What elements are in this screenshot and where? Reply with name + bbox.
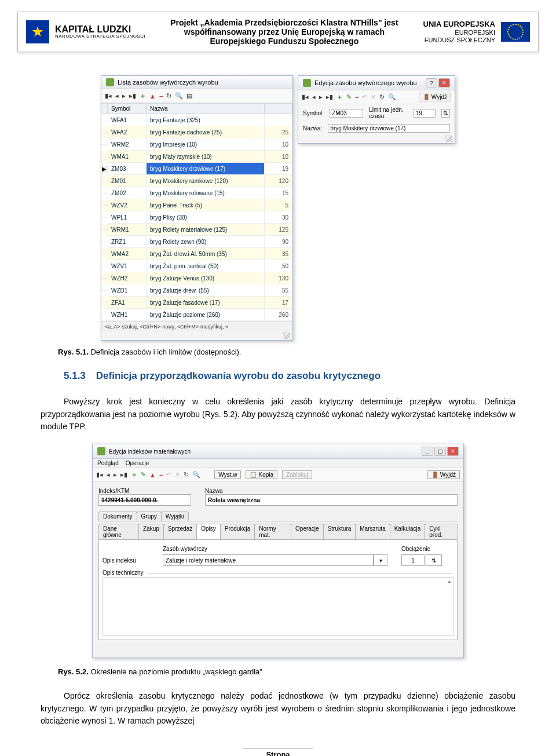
resize-grip[interactable] xyxy=(298,135,455,143)
table-row[interactable]: WRM2bryg Impresje (10)10 xyxy=(101,138,292,151)
add-icon[interactable]: ＋ xyxy=(140,92,146,100)
field-obc[interactable]: 1 xyxy=(401,554,425,566)
table-row[interactable]: WFA1bryg Fantazje (325) xyxy=(101,114,292,126)
dropdown-icon[interactable]: ▾ xyxy=(374,554,387,566)
table-row[interactable]: WZD1bryg Żaluzje drew. (55)55 xyxy=(101,284,292,297)
minimize-button[interactable]: _ xyxy=(422,447,433,456)
wyst-button[interactable]: Wyst.w xyxy=(214,470,241,479)
up-arrow-icon[interactable]: ▲ xyxy=(149,472,156,479)
heading-text: Definicja przyporządkowania wyrobu do za… xyxy=(96,370,381,382)
table-row[interactable]: WMA1bryg Maty rzymskie (10)10 xyxy=(101,151,292,163)
tab[interactable]: Wyjątki xyxy=(161,512,189,521)
tab[interactable]: Grupy xyxy=(137,512,162,521)
text-area[interactable]: ▲ xyxy=(103,577,453,636)
tab[interactable]: Dokumenty xyxy=(98,512,137,521)
maximize-button[interactable]: ▢ xyxy=(434,447,446,456)
refresh-icon[interactable]: ↻ xyxy=(379,93,385,101)
nav-first-icon[interactable]: ▮◂ xyxy=(105,92,112,100)
exit-button[interactable]: 🚪 Wyjdź xyxy=(427,470,460,479)
tab[interactable]: Normy mat. xyxy=(254,524,291,539)
nav-first-icon[interactable]: ▮◂ xyxy=(302,93,309,101)
cancel-icon[interactable]: ✕ xyxy=(175,471,180,479)
stepper-icon[interactable]: ⇅ xyxy=(426,554,442,566)
add-icon[interactable]: ＋ xyxy=(131,470,137,479)
nav-last-icon[interactable]: ▸▮ xyxy=(326,93,333,101)
nav-first-icon[interactable]: ▮◂ xyxy=(96,471,103,479)
close-button[interactable]: ✕ xyxy=(438,78,450,87)
table-row[interactable]: WPL1bryg Plisy (30)30 xyxy=(101,211,292,224)
menu-operacje[interactable]: Operacje xyxy=(126,460,149,466)
table-row[interactable]: WRM1bryg Rolety materiałowe (125)125 xyxy=(101,224,292,236)
remove-icon[interactable]: − xyxy=(159,93,163,100)
label-nazwa: Nazwa xyxy=(205,488,458,494)
edit-icon[interactable]: ✎ xyxy=(346,93,352,101)
nav-last-icon[interactable]: ▸▮ xyxy=(120,471,127,479)
input-nazwa[interactable] xyxy=(328,124,450,133)
up-arrow-icon[interactable]: ▲ xyxy=(149,93,156,100)
kopia-button[interactable]: 📋 Kopia xyxy=(246,470,277,479)
table-row[interactable]: ZFA1bryg Żaluzje fasadowe (17)17 xyxy=(101,297,292,309)
help-button[interactable]: ? xyxy=(426,78,437,87)
refresh-icon[interactable]: ↻ xyxy=(184,471,189,479)
table-row[interactable]: WZV1bryg Żal. pion. vertical (50)50 xyxy=(101,260,292,272)
tab[interactable]: Zakup xyxy=(138,524,164,539)
input-symbol[interactable] xyxy=(330,109,363,118)
remove-icon[interactable]: − xyxy=(159,472,163,479)
search-icon[interactable]: 🔍 xyxy=(388,93,396,101)
cell-name: bryg Maty rzymskie (10) xyxy=(147,151,265,163)
input-limit[interactable] xyxy=(414,109,436,118)
tab[interactable]: Dane główne xyxy=(98,524,139,539)
tabs-row-2: Dane główneZakupSprzedażOpisyProdukcjaNo… xyxy=(98,524,458,540)
remove-icon[interactable]: − xyxy=(355,94,359,101)
table-row[interactable]: ZM01bryg Moskitery ramkowe (120)120 xyxy=(101,175,292,187)
stepper-icon[interactable]: ⇅ xyxy=(441,109,450,118)
field-nazwa[interactable]: Roleta wewnętrzna xyxy=(205,494,458,506)
label-obc: Obciążenie xyxy=(401,546,430,552)
table-row[interactable]: WZH1bryg Żaluzje poziome (260)260 xyxy=(101,309,292,321)
close-button[interactable]: ✕ xyxy=(447,447,459,456)
undo-icon[interactable]: ↶ xyxy=(362,93,367,101)
col-name[interactable]: Nazwa xyxy=(147,104,265,114)
tab[interactable]: Struktura xyxy=(323,524,356,539)
field-zasob[interactable]: Żaluzje i rolety materiałowe xyxy=(163,554,374,566)
tab[interactable]: Sprzedaż xyxy=(163,524,197,539)
tab[interactable]: Operacje xyxy=(291,524,324,539)
nav-next-icon[interactable]: ▸ xyxy=(319,93,323,101)
tab[interactable]: Marszruta xyxy=(355,524,390,539)
scroll-up-icon[interactable]: ▲ xyxy=(447,579,452,584)
tab[interactable]: Opisy xyxy=(196,524,221,539)
resize-grip[interactable] xyxy=(101,332,292,340)
zablokuj-button[interactable]: Zablokuj xyxy=(282,470,312,479)
menu-podglad[interactable]: Podgląd xyxy=(97,460,119,466)
search-icon[interactable]: 🔍 xyxy=(175,92,183,100)
filter-icon[interactable]: ▤ xyxy=(186,92,192,100)
nav-prev-icon[interactable]: ◂ xyxy=(115,92,119,100)
exit-button[interactable]: 🚪 Wyjdź xyxy=(419,93,451,101)
tab[interactable]: Produkcja xyxy=(220,524,255,539)
table-row[interactable]: ZRZ1bryg Rolety zewn (90)90 xyxy=(101,236,292,248)
search-icon[interactable]: 🔍 xyxy=(192,471,200,479)
col-symbol[interactable]: Symbol xyxy=(108,104,147,114)
add-icon[interactable]: ＋ xyxy=(336,93,343,101)
field-indeks[interactable]: 1429941.5.000.000.0. xyxy=(98,494,191,506)
table-row[interactable]: WMA2bryg Żal. drew.i Al. 50mm (35)35 xyxy=(101,248,292,260)
tab[interactable]: Cykl prod. xyxy=(425,524,458,539)
table-row[interactable]: ▶ZM03bryg Moskitery drzwiowe (17)19 xyxy=(101,163,292,175)
cell-name: bryg Moskitery rolowane (15) xyxy=(147,187,265,199)
nav-next-icon[interactable]: ▸ xyxy=(114,471,117,479)
table-row[interactable]: WZH2bryg Żaluzje Venus (130)130 xyxy=(101,272,292,284)
cancel-icon[interactable]: ✕ xyxy=(371,93,376,101)
undo-icon[interactable]: ↶ xyxy=(166,471,171,479)
nav-next-icon[interactable]: ▸ xyxy=(122,92,126,100)
table-row[interactable]: WFA2bryg Fantazje dachowe (25)25 xyxy=(101,126,292,138)
nav-last-icon[interactable]: ▸▮ xyxy=(129,92,136,100)
table-row[interactable]: ZM02bryg Moskitery rolowane (15)15 xyxy=(101,187,292,199)
refresh-icon[interactable]: ↻ xyxy=(166,92,171,100)
tab[interactable]: Kalkulacja xyxy=(390,524,426,539)
col-value[interactable] xyxy=(265,104,292,114)
table-row[interactable]: WZV2bryg Panel Track (5)5 xyxy=(101,199,292,211)
cell-value: 125 xyxy=(265,224,292,236)
nav-prev-icon[interactable]: ◂ xyxy=(107,471,110,479)
nav-prev-icon[interactable]: ◂ xyxy=(312,93,316,101)
edit-icon[interactable]: ✎ xyxy=(141,471,146,479)
